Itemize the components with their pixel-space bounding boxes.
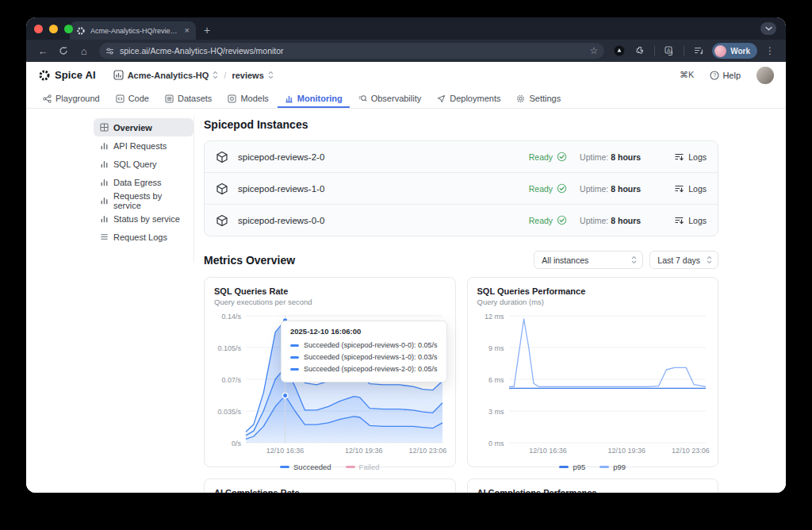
legend-swatch (346, 466, 355, 468)
profile-avatar (714, 45, 726, 57)
tooltip-row: Succeeded (spicepod-reviews-2-0): 0.05/s (290, 363, 438, 375)
org-selector[interactable]: Acme-Analytics-HQ (113, 70, 219, 80)
tab-label: Observability (371, 94, 422, 103)
browser-menu-kebab[interactable]: ⋮ (762, 45, 778, 56)
status-label: Ready (529, 152, 553, 162)
logs-button[interactable]: Logs (674, 216, 707, 225)
time-range-value: Last 7 days (657, 255, 700, 265)
reading-list-icon[interactable] (690, 43, 707, 59)
status-label: Ready (529, 216, 553, 225)
tab-label: Monitoring (297, 94, 343, 103)
instance-row[interactable]: spicepod-reviews-1-0 Ready Uptime:8 hour… (205, 172, 718, 204)
sidebar-item-sql-query[interactable]: SQL Query (94, 155, 193, 173)
bar-chart-icon (100, 196, 109, 205)
extensions-puzzle-icon[interactable] (631, 43, 649, 59)
sidebar-item-data-egress[interactable]: Data Egress (94, 173, 193, 191)
sidebar-item-requests-by-service[interactable]: Requests by service (94, 191, 193, 209)
browser-menu-chevron-button[interactable] (760, 22, 776, 35)
chart-x-axis: 12/10 16:3612/10 19:3612/10 23:06 (477, 447, 709, 456)
tab-datasets[interactable]: Datasets (158, 94, 219, 108)
y-axis-tick: 0.035/s (214, 408, 241, 416)
legend-item[interactable]: Failed (346, 463, 380, 471)
metrics-header: Metrics Overview All instances Last 7 da… (204, 251, 718, 269)
sidebar-label: Overview (113, 123, 152, 132)
tooltip-row: Succeeded (spicepod-reviews-0-0): 0.05/s (290, 340, 438, 351)
sidebar-label: API Requests (113, 141, 167, 151)
tab-monitoring[interactable]: Monitoring (278, 94, 350, 108)
tab-settings[interactable]: Settings (509, 94, 568, 108)
tab-models[interactable]: Models (220, 94, 275, 108)
tab-deployments[interactable]: Deployments (430, 94, 508, 108)
instance-filter-select[interactable]: All instances (534, 251, 643, 269)
command-k-shortcut[interactable]: ⌘K (680, 70, 694, 80)
time-range-select[interactable]: Last 7 days (649, 251, 718, 269)
minimize-window-button[interactable] (49, 25, 58, 33)
zoom-window-button[interactable] (64, 25, 73, 33)
uptime: Uptime:8 hours (580, 216, 641, 225)
instance-row[interactable]: spicepod-reviews-0-0 Ready Uptime:8 hour… (205, 204, 718, 236)
project-name: reviews (232, 71, 263, 80)
monitoring-icon (285, 94, 293, 103)
tab-playground[interactable]: Playground (36, 94, 107, 108)
bar-chart-icon (100, 214, 109, 223)
project-selector[interactable]: reviews (232, 71, 273, 80)
datasets-icon (165, 94, 174, 103)
translate-icon[interactable]: A (661, 43, 678, 59)
home-button[interactable]: ⌂ (75, 43, 93, 59)
new-tab-button[interactable]: + (204, 24, 210, 36)
browser-tab[interactable]: Acme-Analytics-HQ/reviews × (70, 21, 196, 40)
playground-icon (43, 94, 52, 103)
reload-button[interactable] (55, 43, 72, 59)
brand-logo[interactable]: Spice AI (38, 69, 96, 82)
sidebar-item-request-logs[interactable]: Request Logs (94, 228, 193, 246)
site-settings-icon[interactable] (105, 47, 114, 56)
profile-status-icon[interactable] (611, 43, 628, 59)
logs-icon (674, 184, 684, 194)
tooltip-rows: Succeeded (spicepod-reviews-0-0): 0.05/s… (290, 340, 438, 375)
instance-row[interactable]: spicepod-reviews-2-0 Ready Uptime:8 hour… (205, 141, 718, 172)
chevron-updown-icon (707, 255, 712, 264)
back-button[interactable]: ← (34, 43, 52, 59)
sidebar-item-status-by-service[interactable]: Status by service (94, 209, 193, 228)
legend-item[interactable]: p95 (559, 463, 585, 471)
y-axis-tick: 0.07/s (214, 376, 241, 384)
logs-button[interactable]: Logs (674, 152, 707, 162)
chart-legend[interactable]: SucceededFailed (214, 463, 446, 471)
spice-logo-icon (38, 69, 51, 82)
uptime-label: Uptime: (580, 184, 608, 194)
chart-card-ai-completions-performance: AI Completions Performance LLM request d… (467, 478, 719, 493)
x-axis-tick: 12/10 19:36 (345, 447, 383, 455)
user-avatar[interactable] (756, 67, 774, 84)
tab-close-icon[interactable]: × (183, 26, 191, 35)
close-window-button[interactable] (34, 25, 43, 33)
browser-toolbar: ← ⌂ spice.ai/Acme-Analytics-HQ/reviews/m… (26, 40, 786, 62)
address-bar[interactable]: spice.ai/Acme-Analytics-HQ/reviews/monit… (99, 43, 604, 59)
chart-plot[interactable]: 12 ms9 ms6 ms3 ms0 ms (477, 316, 709, 443)
help-button[interactable]: ? Help (710, 71, 741, 80)
chart-title: SQL Queries Performance (477, 286, 709, 296)
spice-app: Spice AI Acme-Analytics-HQ / reviews ⌘K … (26, 62, 786, 493)
bookmark-star-icon[interactable]: ☆ (589, 45, 598, 56)
browser-profile-chip[interactable]: Work (712, 43, 757, 59)
legend-item[interactable]: Succeeded (280, 463, 331, 471)
uptime-value: 8 hours (611, 152, 641, 162)
tab-label: Deployments (450, 94, 500, 103)
chart-legend[interactable]: p95p99 (477, 463, 709, 471)
url-text[interactable]: spice.ai/Acme-Analytics-HQ/reviews/monit… (120, 46, 584, 56)
sidebar-item-api-requests[interactable]: API Requests (94, 136, 193, 155)
tab-label: Models (240, 94, 268, 103)
sidebar-item-overview[interactable]: Overview (94, 118, 193, 136)
logs-button[interactable]: Logs (674, 184, 707, 194)
uptime-label: Uptime: (580, 216, 608, 225)
window-controls (34, 25, 73, 33)
tab-label: Playground (56, 94, 100, 103)
instance-name: spicepod-reviews-0-0 (238, 216, 324, 225)
tab-observability[interactable]: Observability (351, 94, 429, 108)
tab-label: Datasets (178, 94, 212, 103)
tab-code[interactable]: Code (109, 94, 156, 108)
deployments-icon (437, 94, 446, 103)
bar-chart-icon (100, 141, 109, 150)
legend-item[interactable]: p99 (599, 463, 626, 471)
monitoring-sidebar: Overview API Requests SQL Query Data Egr… (94, 117, 194, 263)
y-axis-tick: 6 ms (477, 376, 504, 384)
